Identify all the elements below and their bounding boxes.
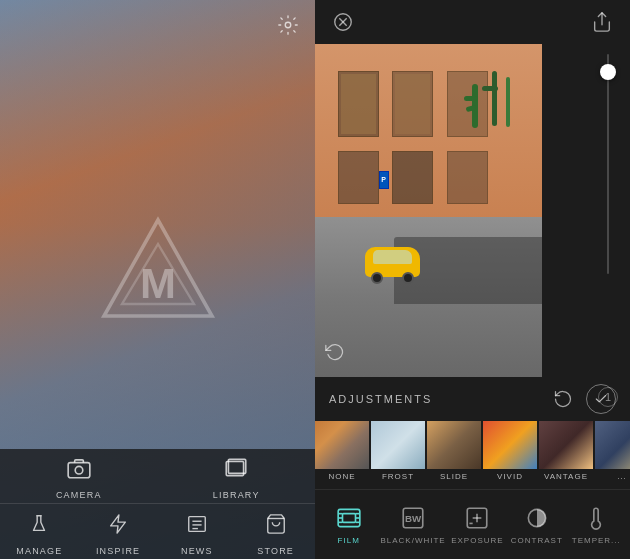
manage-label: MANAGE — [16, 546, 62, 556]
nav-item-inspire[interactable]: INSPIRE — [79, 504, 158, 559]
filter-slide[interactable]: SLIDE — [427, 421, 481, 489]
slider-thumb[interactable] — [600, 64, 616, 80]
temperature-icon — [582, 504, 610, 532]
tool-film[interactable]: FILM — [319, 498, 378, 551]
cart-icon — [260, 508, 292, 540]
bw-icon: BW — [399, 504, 427, 532]
image-area: P 1 — [315, 44, 630, 377]
close-button[interactable] — [329, 8, 357, 36]
svg-point-5 — [75, 466, 83, 474]
slider-value: 1 — [598, 387, 618, 407]
settings-icon[interactable] — [277, 14, 301, 38]
rotate-icon[interactable] — [325, 342, 345, 367]
undo-button[interactable] — [548, 384, 578, 414]
filter-vantage[interactable]: VANTAGE — [539, 421, 593, 489]
adjustments-bar: ADJUSTMENTS — [315, 377, 630, 421]
library-label: LIBRARY — [213, 490, 260, 500]
share-button[interactable] — [588, 8, 616, 36]
photo-container: P — [315, 44, 542, 377]
filter-frost[interactable]: FROST — [371, 421, 425, 489]
svg-text:M: M — [140, 259, 176, 307]
app-logo: M — [98, 208, 218, 328]
news-label: NEWS — [181, 546, 213, 556]
film-icon — [335, 504, 363, 532]
nav-item-news[interactable]: NEWS — [158, 504, 237, 559]
svg-rect-19 — [342, 514, 355, 523]
tool-temperature[interactable]: TEMPER... — [567, 498, 626, 551]
nav-item-camera[interactable]: CAMERA — [0, 449, 158, 503]
film-label: FILM — [338, 536, 360, 545]
adjustments-label: ADJUSTMENTS — [329, 393, 548, 405]
filter-none[interactable]: NONE — [315, 421, 369, 489]
newspaper-icon — [181, 508, 213, 540]
svg-rect-4 — [68, 463, 90, 478]
nav-item-store[interactable]: STORE — [236, 504, 315, 559]
tool-bw[interactable]: BW BLACK/WHITE — [378, 498, 447, 551]
temperature-label: TEMPER... — [572, 536, 621, 545]
bottom-nav: CAMERA LIBRARY MANAGE — [0, 449, 315, 559]
svg-text:BW: BW — [405, 513, 422, 524]
photo-scene: P — [315, 44, 542, 377]
library-icon — [220, 452, 252, 484]
filter-strip: NONE FROST SLIDE VIVID VANTAGE ... — [315, 421, 630, 489]
store-label: STORE — [257, 546, 294, 556]
inspire-label: INSPIRE — [96, 546, 140, 556]
flask-icon — [23, 508, 55, 540]
contrast-label: CONTRAST — [511, 536, 563, 545]
right-top-bar — [315, 0, 630, 44]
lightning-icon — [102, 508, 134, 540]
exposure-icon — [463, 504, 491, 532]
nav-item-manage[interactable]: MANAGE — [0, 504, 79, 559]
tool-contrast[interactable]: CONTRAST — [507, 498, 566, 551]
tool-bar: FILM BW BLACK/WHITE EXPOSURE — [315, 489, 630, 559]
svg-marker-8 — [111, 514, 126, 532]
right-panel: P 1 ADJUSTMENTS — [315, 0, 630, 559]
contrast-icon — [523, 504, 551, 532]
exposure-slider-track: 1 — [586, 44, 630, 377]
svg-point-0 — [285, 22, 291, 28]
filter-extra[interactable]: ... — [595, 421, 630, 489]
exposure-label: EXPOSURE — [451, 536, 503, 545]
camera-label: CAMERA — [56, 490, 102, 500]
nav-item-library[interactable]: LIBRARY — [158, 449, 316, 503]
camera-icon — [63, 452, 95, 484]
left-panel: M CAMERA — [0, 0, 315, 559]
bw-label: BLACK/WHITE — [380, 536, 445, 545]
tool-exposure[interactable]: EXPOSURE — [448, 498, 507, 551]
slider-line[interactable] — [607, 54, 609, 274]
filter-vivid[interactable]: VIVID — [483, 421, 537, 489]
